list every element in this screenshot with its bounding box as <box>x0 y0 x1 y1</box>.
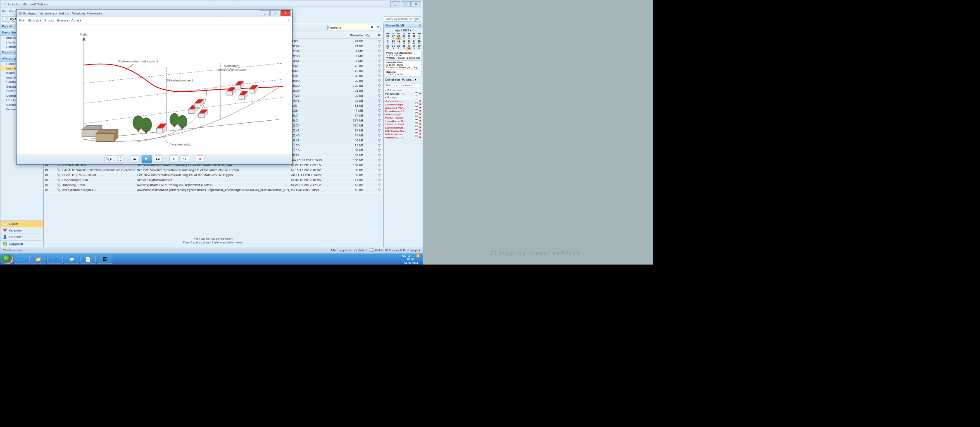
search-box: ✕ ▾ <box>327 25 381 30</box>
outlook-title: Innboks - Microsoft Outlook <box>8 2 48 6</box>
risk-diagram: Risiko Risikoen avtar med avstand Sikker… <box>19 27 290 152</box>
appointment[interactable]: Pyroteknikkforskriftento 9:00 - 10:00MR4… <box>385 51 422 60</box>
wallpaper-slogan: Et trygt og robust samfunn - <box>482 242 594 265</box>
mail-footer: Fant du det du søkte etter? Prøv å søke … <box>44 234 383 247</box>
help-search-input[interactable] <box>384 16 421 21</box>
task-item[interactable]: VS: landslide - R...⚑ <box>384 92 423 95</box>
taskbar-word[interactable]: 📄 <box>80 255 96 264</box>
taskbar-explorer[interactable]: 📁 <box>31 255 46 264</box>
minimize-button[interactable]: _ <box>390 1 400 7</box>
pv-fit-button[interactable]: ⛶ <box>115 155 124 163</box>
search-clear-button[interactable]: ✕ <box>369 25 375 30</box>
mail-row[interactable]: ✉📎Duba, R. (Rob) - DGMIFW: New interpret… <box>44 173 383 178</box>
task-item[interactable]: Innmelding av U...⚑ <box>384 119 423 123</box>
pv-delete-button[interactable]: ✕ <box>196 155 205 163</box>
nav-button-contacts[interactable]: 👤 Kontakter <box>0 234 43 240</box>
tray-time[interactable]: 09:51 <box>407 258 415 261</box>
task-item[interactable]: 2014 Austin Nor...⚑ <box>384 133 423 136</box>
svg-line-10 <box>125 64 133 71</box>
status-connection: Koblet til Microsoft Exchange <box>375 248 418 252</box>
task-item[interactable]: CEN/TC 212/WG ...⚑ <box>384 123 423 126</box>
mail-row[interactable]: ✉📎circa@circa.europa.euDownload notifica… <box>44 188 383 193</box>
task-group[interactable]: ▾ ⚑ Ingen dato <box>384 88 423 92</box>
svg-rect-52 <box>235 85 240 89</box>
pv-maximize-button[interactable]: ▢ <box>270 10 280 16</box>
new-task-input[interactable] <box>385 83 421 87</box>
pv-zoom-button[interactable]: 🔍▾ <box>104 155 113 163</box>
pv-menu-fil[interactable]: Fil <box>19 19 24 22</box>
task-item[interactable]: Spørreundersøk...⚑ <box>384 126 423 129</box>
status-bar: 32 elementer Alle mapper er oppdatert. 🔄… <box>0 247 423 253</box>
pv-prev-button[interactable]: ⏮ <box>131 155 140 163</box>
search-input[interactable] <box>328 25 369 30</box>
outlook-icon: 📨 <box>2 2 6 6</box>
system-tray[interactable]: NO ▲ 🔊 📶 09:51 04.06.2014 <box>400 254 422 265</box>
todo-close-icon[interactable]: ✕ <box>419 24 421 27</box>
photo-viewer-window[interactable]: 🖼 Illustragon_risikovirksomhet.jpg - Win… <box>16 9 293 165</box>
svg-rect-23 <box>138 128 139 131</box>
svg-rect-34 <box>188 110 194 114</box>
search-dropdown-button[interactable]: ▾ <box>375 25 381 30</box>
pv-menu-burn[interactable]: Brenn <box>57 19 68 22</box>
pv-help-icon[interactable]: ? <box>288 19 290 22</box>
photo-viewer-title: Illustragon_risikovirksomhet.jpg - Windo… <box>23 12 103 15</box>
task-item[interactable]: MEMU - rapport⚑ <box>384 116 423 119</box>
nav-button-calendar[interactable]: 📅 Kalender <box>0 227 43 234</box>
nav-button-tasks[interactable]: ✅ Oppgaver <box>0 240 43 247</box>
pv-rotate-cw-button[interactable]: ↷ <box>180 155 189 163</box>
todo-title: Gjøremålsfelt <box>385 24 404 27</box>
mail-row[interactable]: ✉📎LALAUT Suzelle (Direction générale de … <box>44 168 383 173</box>
task-sort-header[interactable]: Ordnet etter: Forfalls... ▾ <box>384 77 423 82</box>
pv-menu-email[interactable]: E-post <box>44 19 54 22</box>
taskbar-photoviewer[interactable]: 🖼 <box>97 255 112 264</box>
col-flag[interactable]: 🏳 <box>377 33 383 38</box>
calendar-month[interactable]: ◂ juni 2014 ▸ <box>385 29 422 32</box>
col-date[interactable] <box>290 33 335 38</box>
mail-row[interactable]: ✉📎Hagehaugen, SiriRe: VS: Nyttårskanonen… <box>44 178 383 183</box>
calendar-table[interactable]: mationtofrløsø26272829303112345678910111… <box>385 32 422 50</box>
svg-text:konsekvensavstand: konsekvensavstand <box>217 68 245 72</box>
task-item[interactable]: Sikkerhetsrappo...⚑ <box>384 103 423 106</box>
photo-viewer-titlebar[interactable]: 🖼 Illustragon_risikovirksomhet.jpg - Win… <box>17 10 292 17</box>
mail-row[interactable]: ✉📎Tandberg, TorillAvdelingsmøte i NPF fr… <box>44 183 383 188</box>
tray-lang[interactable]: NO <box>402 254 407 257</box>
svg-rect-25 <box>145 130 147 134</box>
pv-close-button[interactable]: ✕ <box>281 10 290 16</box>
windows-taskbar[interactable]: 🌐 📁 🔷 📨 📄 🖼 NO ▲ 🔊 📶 09:51 04.06.2014 <box>0 254 423 265</box>
status-conn-dropdown[interactable]: ▾ <box>419 248 420 252</box>
pv-minimize-button[interactable]: _ <box>260 10 270 16</box>
task-item[interactable]: tillatelse til erver...⚑ <box>384 100 423 103</box>
task-list[interactable]: ▾ ⚑ Ingen datoVS: landslide - R...⚑▾ ⚑ I… <box>384 88 423 247</box>
appointments-list: Pyroteknikkforskriftento 9:00 - 10:00MR4… <box>384 50 423 77</box>
svg-point-24 <box>140 117 152 132</box>
task-item[interactable]: Minibrev 103 - s...⚑ <box>384 136 423 139</box>
pv-menu-open[interactable]: Åpne <box>71 19 81 22</box>
pv-rotate-ccw-button[interactable]: ↶ <box>169 155 178 163</box>
svg-rect-43 <box>227 91 233 95</box>
pv-slideshow-button[interactable]: ▶ <box>141 155 152 164</box>
taskbar-app1[interactable]: 🔷 <box>47 255 63 264</box>
status-items: 32 elementer <box>3 248 22 252</box>
menu-fil[interactable]: Fil <box>2 10 5 13</box>
task-item[interactable]: Draft Strategic ...⚑ <box>384 113 423 116</box>
task-item[interactable]: Fyrverkerisalg 20...⚑ <box>384 110 423 113</box>
start-button[interactable] <box>1 255 13 264</box>
taskbar-ie[interactable]: 🌐 <box>14 255 30 264</box>
taskbar-outlook[interactable]: 📨 <box>64 255 79 264</box>
nav-button-mail[interactable]: 📧 E-post <box>0 220 43 227</box>
appointment[interactable]: Hente bilfr 14:00 - 14:30 <box>385 70 422 76</box>
appointment[interactable]: Lunsj for Olavto 13:00 - 15:00Esmeralda;… <box>385 60 422 69</box>
close-button[interactable]: ✕ <box>411 1 421 7</box>
maximize-button[interactable]: ▢ <box>401 1 411 7</box>
pv-menu-print[interactable]: Skriv ut <box>28 19 41 22</box>
task-item[interactable]: 2014 Maxam Nor...⚑ <box>384 129 423 133</box>
col-size[interactable]: Størrelse <box>335 33 364 38</box>
mail-footer-link[interactable]: Prøv å søke på nytt i alle e-postelement… <box>183 241 245 244</box>
task-item[interactable]: Customs & MSA...⚑ <box>384 106 423 110</box>
outlook-titlebar[interactable]: 📨 Innboks - Microsoft Outlook _ ▢ ✕ <box>0 0 423 8</box>
col-cat[interactable]: Kat... <box>364 33 377 38</box>
svg-point-28 <box>178 115 187 128</box>
pv-next-button[interactable]: ⏭ <box>154 155 163 163</box>
task-group[interactable]: ▾ ⚑ I dag <box>384 95 423 100</box>
tray-date[interactable]: 04.06.2014 <box>404 262 418 265</box>
